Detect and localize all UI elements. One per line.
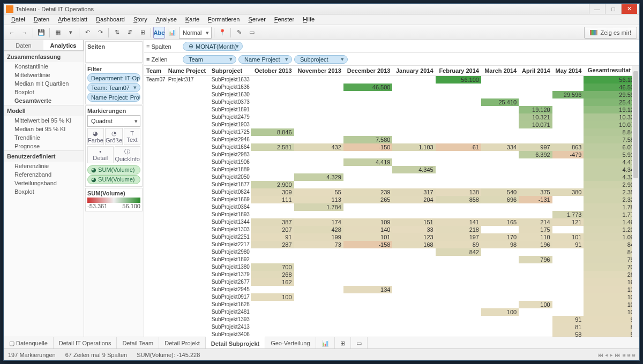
heatmap-cell[interactable] — [392, 211, 435, 218]
heatmap-cell[interactable] — [294, 181, 343, 188]
sheet-nav[interactable]: ⏮ ◀ ▶ ⏭ ▦ ▦ ▦ — [597, 352, 635, 358]
heatmap-cell[interactable]: 19.120 — [519, 106, 552, 113]
new-sheet-icon[interactable]: ⊞ — [335, 337, 351, 348]
analytics-item[interactable]: Mittelwert bei 95 % KI — [4, 116, 84, 125]
heatmap-cell[interactable] — [552, 136, 584, 143]
group-button[interactable]: ⊞ — [137, 27, 148, 39]
data-tab[interactable]: Daten — [4, 40, 43, 50]
total-cell[interactable]: 1.462 — [584, 218, 639, 226]
heatmap-cell[interactable] — [343, 301, 393, 308]
filter-pill[interactable]: Department: IT-Operat..▾ — [87, 73, 140, 82]
heatmap-cell[interactable] — [481, 75, 519, 84]
heatmap-cell[interactable] — [436, 121, 481, 128]
total-cell[interactable]: 100 — [584, 308, 639, 316]
heatmap-cell[interactable] — [251, 256, 294, 263]
heatmap-cell[interactable] — [343, 293, 393, 301]
analytics-item[interactable]: Boxplot — [4, 187, 84, 196]
heatmap-cell[interactable]: 140 — [343, 226, 393, 233]
total-cell[interactable]: 2.354 — [584, 188, 639, 196]
heatmap-cell[interactable] — [392, 271, 435, 278]
heatmap-cell[interactable] — [392, 106, 435, 113]
heatmap-cell[interactable] — [552, 158, 584, 166]
heatmap-cell[interactable] — [552, 301, 584, 308]
analytics-item[interactable]: Median mit Quartilen — [4, 79, 84, 88]
heatmap-cell[interactable] — [436, 211, 481, 218]
heatmap-cell[interactable] — [294, 91, 343, 98]
heatmap-cell[interactable] — [481, 293, 519, 301]
heatmap-cell[interactable] — [552, 113, 584, 121]
total-cell[interactable]: 2.328 — [584, 196, 639, 203]
heatmap-cell[interactable] — [343, 316, 393, 323]
total-cell[interactable]: 796 — [584, 256, 639, 263]
heatmap-cell[interactable] — [519, 271, 552, 278]
heatmap-cell[interactable] — [436, 256, 481, 263]
total-cell[interactable]: 6.078 — [584, 143, 639, 151]
heatmap-cell[interactable]: 4.345 — [392, 166, 435, 173]
heatmap-cell[interactable] — [392, 84, 435, 91]
heatmap-cell[interactable] — [436, 278, 481, 286]
heatmap-cell[interactable] — [343, 166, 393, 173]
heatmap-cell[interactable]: 121 — [552, 218, 584, 226]
heatmap-cell[interactable] — [436, 181, 481, 188]
sort-asc-button[interactable]: ⇅ — [111, 27, 123, 39]
heatmap-cell[interactable] — [519, 323, 552, 331]
heatmap-cell[interactable] — [519, 308, 552, 316]
presentation-button[interactable]: ▭ — [246, 27, 258, 39]
heatmap-cell[interactable]: 8.846 — [251, 128, 294, 136]
heatmap-cell[interactable]: 696 — [481, 196, 519, 203]
total-cell[interactable]: 1.092 — [584, 233, 639, 241]
heatmap-cell[interactable]: 387 — [251, 218, 294, 226]
heatmap-cell[interactable] — [481, 248, 519, 256]
heatmap-cell[interactable]: 29.596 — [552, 91, 584, 98]
heatmap-cell[interactable] — [251, 248, 294, 256]
heatmap-cell[interactable] — [294, 256, 343, 263]
heatmap-cell[interactable] — [294, 308, 343, 316]
heatmap-cell[interactable] — [392, 308, 435, 316]
analytics-item[interactable]: Mittelwertlinie — [4, 71, 84, 79]
heatmap-cell[interactable] — [519, 84, 552, 91]
heatmap-cell[interactable] — [436, 84, 481, 91]
heatmap-cell[interactable] — [481, 316, 519, 323]
heatmap-cell[interactable]: 1.784 — [294, 203, 343, 211]
heatmap-cell[interactable] — [251, 316, 294, 323]
heatmap-cell[interactable] — [392, 293, 435, 301]
heatmap-cell[interactable] — [294, 166, 343, 173]
heatmap-cell[interactable]: 168 — [392, 241, 435, 248]
heatmap-cell[interactable] — [392, 256, 435, 263]
heatmap-cell[interactable]: 2.581 — [251, 143, 294, 151]
filter-pill[interactable]: Name Project: Projekt3..▾ — [87, 93, 140, 102]
analytics-item[interactable]: Median bei 95 % KI — [4, 125, 84, 133]
heatmap-cell[interactable] — [481, 136, 519, 143]
heatmap-cell[interactable]: 309 — [251, 188, 294, 196]
heatmap-cell[interactable]: 380 — [552, 188, 584, 196]
heatmap-cell[interactable] — [392, 286, 435, 293]
heatmap-cell[interactable] — [552, 196, 584, 203]
heatmap-cell[interactable]: 10.071 — [519, 121, 552, 128]
heatmap-cell[interactable] — [552, 121, 584, 128]
sheet-tab[interactable]: ▢ Datenquelle — [4, 337, 54, 348]
heatmap-cell[interactable]: 123 — [392, 233, 435, 241]
rows-pill[interactable]: Team▾ — [183, 55, 236, 64]
heatmap-cell[interactable]: -158 — [343, 241, 393, 248]
analytics-item[interactable]: Gesamtwerte — [4, 96, 84, 105]
heatmap-cell[interactable] — [294, 128, 343, 136]
total-cell[interactable]: 100 — [584, 293, 639, 301]
heatmap-cell[interactable] — [552, 248, 584, 256]
heatmap-cell[interactable] — [552, 166, 584, 173]
heatmap-cell[interactable]: 700 — [251, 263, 294, 271]
total-cell[interactable]: 4.345 — [584, 166, 639, 173]
heatmap-cell[interactable] — [392, 136, 435, 143]
analytics-item[interactable]: Boxplot — [4, 88, 84, 96]
heatmap-cell[interactable] — [552, 128, 584, 136]
sheet-tab[interactable]: Geo-Verteilung — [265, 337, 316, 348]
heatmap-cell[interactable] — [251, 84, 294, 91]
heatmap-cell[interactable]: 138 — [436, 188, 481, 196]
heatmap-cell[interactable] — [343, 98, 393, 106]
heatmap-cell[interactable]: 432 — [294, 143, 343, 151]
heatmap-cell[interactable]: 170 — [481, 233, 519, 241]
heatmap-cell[interactable]: -479 — [552, 151, 584, 158]
highlight-button[interactable]: ✎ — [233, 27, 245, 39]
heatmap-cell[interactable] — [436, 308, 481, 316]
heatmap-cell[interactable] — [481, 113, 519, 121]
heatmap-cell[interactable] — [392, 121, 435, 128]
